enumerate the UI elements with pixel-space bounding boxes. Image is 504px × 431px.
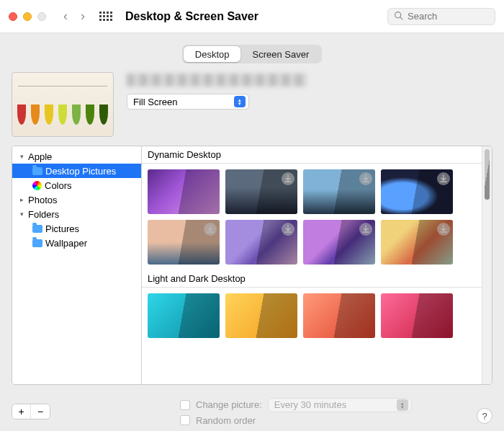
gallery-scroll[interactable]: Dynamic Desktop Light and Dark Desktop <box>142 146 482 384</box>
tab-desktop[interactable]: Desktop <box>184 46 241 62</box>
search-field[interactable] <box>387 8 495 25</box>
wallpaper-thumb[interactable] <box>303 169 375 214</box>
colorwheel-icon <box>32 181 42 190</box>
thumb-grid-light-dark <box>142 288 482 344</box>
wallpaper-thumb[interactable] <box>225 220 297 265</box>
random-order-checkbox <box>180 415 190 425</box>
back-button[interactable]: ‹ <box>63 9 68 24</box>
download-icon[interactable] <box>359 223 372 236</box>
sidebar-item-folders[interactable]: ▾ Folders <box>12 207 141 221</box>
sidebar-item-photos[interactable]: ▸ Photos <box>12 192 141 207</box>
window-title: Desktop & Screen Saver <box>125 10 258 23</box>
sidebar-item-colors[interactable]: Colors <box>12 178 141 192</box>
download-icon[interactable] <box>204 223 217 236</box>
download-icon[interactable] <box>282 223 294 236</box>
preference-pane: Desktop Screen Saver Fill Screen ▴▾ ▾ Ap… <box>0 33 504 431</box>
sidebar-label: Apple <box>28 151 52 162</box>
wallpaper-gallery: Dynamic Desktop Light and Dark Desktop <box>142 146 492 384</box>
disclosure-triangle-icon[interactable]: ▾ <box>18 153 25 160</box>
sidebar-label: Wallpaper <box>45 238 87 249</box>
zoom-window-button <box>37 12 46 21</box>
dropdown-stepper-icon: ▴▾ <box>234 96 246 107</box>
show-all-prefs-icon[interactable] <box>99 12 112 21</box>
random-order-label: Random order <box>196 415 256 426</box>
picture-fit-dropdown[interactable]: Fill Screen ▴▾ <box>127 94 249 110</box>
gallery-scrollbar[interactable] <box>482 146 492 384</box>
sidebar-label: Folders <box>28 209 59 220</box>
wallpaper-thumb[interactable] <box>381 220 453 265</box>
add-folder-button[interactable]: + <box>12 404 31 419</box>
change-picture-label: Change picture: <box>196 399 262 410</box>
source-sidebar[interactable]: ▾ Apple Desktop Pictures Colors ▸ Photos… <box>12 146 142 384</box>
folder-icon <box>32 167 42 175</box>
change-picture-options: Change picture: Every 30 minutes ▴▾ Rand… <box>180 398 412 426</box>
wallpaper-name-redacted <box>127 74 307 86</box>
section-header-light-dark: Light and Dark Desktop <box>142 270 482 288</box>
download-icon[interactable] <box>282 172 294 185</box>
disclosure-triangle-icon[interactable]: ▾ <box>18 210 25 218</box>
scrollbar-thumb[interactable] <box>485 149 490 200</box>
sidebar-item-wallpaper[interactable]: Wallpaper <box>12 236 141 250</box>
wallpaper-thumb[interactable] <box>381 169 453 214</box>
search-input[interactable] <box>408 11 489 22</box>
sidebar-label: Pictures <box>45 223 79 234</box>
wallpaper-thumb[interactable] <box>381 293 453 338</box>
wallpaper-thumb[interactable] <box>225 169 297 214</box>
svg-line-1 <box>400 17 402 19</box>
wallpaper-thumb[interactable] <box>303 293 375 338</box>
current-desktop-row: Fill Screen ▴▾ <box>12 72 492 137</box>
wallpaper-thumb[interactable] <box>148 220 220 265</box>
change-picture-checkbox[interactable] <box>180 400 190 410</box>
minimize-window-button[interactable] <box>23 12 32 21</box>
sidebar-item-apple[interactable]: ▾ Apple <box>12 149 141 164</box>
remove-folder-button[interactable]: − <box>31 404 50 419</box>
change-interval-dropdown: Every 30 minutes ▴▾ <box>268 398 412 412</box>
nav-arrows: ‹ › <box>63 9 85 24</box>
tab-screen-saver[interactable]: Screen Saver <box>240 46 320 62</box>
wallpaper-browser: ▾ Apple Desktop Pictures Colors ▸ Photos… <box>12 146 492 385</box>
add-remove-folder: + − <box>12 404 50 419</box>
sidebar-item-desktop-pictures[interactable]: Desktop Pictures <box>12 164 141 178</box>
download-icon[interactable] <box>359 172 372 185</box>
search-icon <box>394 11 403 22</box>
disclosure-triangle-icon[interactable]: ▸ <box>18 196 25 203</box>
sidebar-item-pictures[interactable]: Pictures <box>12 221 141 236</box>
current-desktop-preview <box>12 72 114 137</box>
svg-point-0 <box>395 12 401 17</box>
wallpaper-thumb[interactable] <box>225 293 297 338</box>
sidebar-label: Photos <box>28 195 57 205</box>
sidebar-label: Desktop Pictures <box>45 166 116 177</box>
picture-fit-value: Fill Screen <box>133 97 177 107</box>
sidebar-label: Colors <box>45 180 72 191</box>
change-interval-value: Every 30 minutes <box>274 399 346 410</box>
bottom-bar: + − Change picture: Every 30 minutes ▴▾ … <box>12 394 492 424</box>
close-window-button[interactable] <box>9 12 17 21</box>
section-header-dynamic: Dynamic Desktop <box>142 146 482 164</box>
dropdown-stepper-icon: ▴▾ <box>397 399 408 411</box>
wallpaper-thumb[interactable] <box>148 169 220 214</box>
tab-segmented-control: Desktop Screen Saver <box>182 45 322 63</box>
preview-meta: Fill Screen ▴▾ <box>127 72 492 110</box>
window-controls <box>9 12 46 21</box>
forward-button: › <box>81 9 85 24</box>
help-button[interactable]: ? <box>477 408 492 424</box>
folder-icon <box>32 225 42 233</box>
titlebar: ‹ › Desktop & Screen Saver <box>0 0 504 33</box>
wallpaper-thumb[interactable] <box>148 293 220 338</box>
folder-icon <box>32 239 42 247</box>
download-icon[interactable] <box>437 172 450 185</box>
thumb-grid-dynamic <box>142 164 482 270</box>
wallpaper-thumb[interactable] <box>303 220 375 265</box>
download-icon[interactable] <box>437 223 450 236</box>
